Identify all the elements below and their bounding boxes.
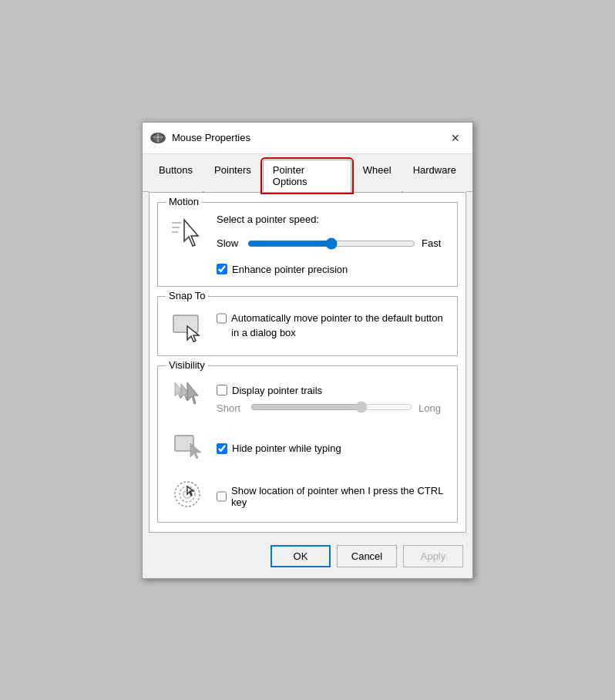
- mouse-properties-dialog: Mouse Properties ✕ Buttons Pointers Poin…: [142, 122, 473, 579]
- speed-slider-container: [247, 231, 415, 256]
- speed-label: Select a pointer speed:: [217, 214, 446, 225]
- tab-content: Motion Select a pointer speed:: [149, 192, 466, 533]
- show-location-checkbox[interactable]: [217, 491, 227, 502]
- tab-wheel[interactable]: Wheel: [353, 160, 402, 192]
- auto-move-checkbox[interactable]: [217, 313, 227, 324]
- svg-marker-13: [190, 443, 201, 459]
- long-label: Long: [418, 402, 446, 414]
- display-trails-checkbox[interactable]: [217, 385, 227, 395]
- fast-label: Fast: [422, 237, 446, 249]
- tab-hardware[interactable]: Hardware: [403, 160, 466, 192]
- motion-icon: [169, 214, 206, 251]
- slow-label: Slow: [217, 237, 241, 249]
- hide-typing-checkbox[interactable]: [217, 443, 227, 454]
- hide-typing-icon: [169, 426, 206, 463]
- snap-to-section: Snap To Automatically move pointer to th…: [157, 296, 458, 356]
- hide-typing-checkbox-row: Hide pointer while typing: [217, 443, 341, 454]
- trails-controls: Display pointer trails Short Long: [217, 377, 446, 416]
- trail-slider-container: [250, 401, 412, 416]
- show-location-icon: [169, 474, 206, 511]
- svg-marker-11: [187, 382, 198, 404]
- svg-marker-6: [184, 220, 198, 246]
- motion-section: Motion Select a pointer speed:: [157, 202, 458, 287]
- title-bar: Mouse Properties ✕: [143, 123, 472, 154]
- apply-button[interactable]: Apply: [403, 545, 463, 567]
- ok-button[interactable]: OK: [271, 545, 331, 567]
- speed-slider-row: Slow Fast: [217, 231, 446, 256]
- show-location-checkbox-row: Show location of pointer when I press th…: [217, 485, 446, 508]
- visibility-inner: Display pointer trails Short Long: [169, 377, 446, 511]
- motion-controls: Select a pointer speed: Slow Fast Enhanc…: [217, 214, 446, 275]
- snapto-inner: Automatically move pointer to the defaul…: [169, 308, 446, 345]
- svg-rect-7: [173, 315, 198, 332]
- enhance-precision-row: Enhance pointer precision: [217, 264, 446, 275]
- tab-pointer-options[interactable]: Pointer Options: [263, 160, 351, 192]
- motion-section-title: Motion: [166, 196, 202, 207]
- auto-move-label[interactable]: Automatically move pointer to the defaul…: [231, 311, 446, 339]
- enhance-precision-checkbox[interactable]: [217, 264, 227, 274]
- trails-row: Display pointer trails Short Long: [169, 377, 446, 416]
- display-trails-row: Display pointer trails: [217, 385, 446, 396]
- visibility-section-title: Visibility: [166, 359, 208, 371]
- trail-length-slider[interactable]: [250, 401, 412, 413]
- tab-pointers[interactable]: Pointers: [204, 160, 261, 192]
- snapto-icon: [169, 308, 206, 345]
- motion-inner: Select a pointer speed: Slow Fast Enhanc…: [169, 214, 446, 275]
- window-icon: [150, 133, 166, 143]
- cancel-button[interactable]: Cancel: [337, 545, 397, 567]
- display-trails-label[interactable]: Display pointer trails: [232, 385, 322, 396]
- enhance-precision-label[interactable]: Enhance pointer precision: [232, 264, 348, 275]
- close-button[interactable]: ✕: [446, 129, 465, 147]
- bottom-bar: OK Cancel Apply: [143, 539, 472, 578]
- visibility-section: Visibility Di: [157, 365, 458, 523]
- trail-slider-row: Short Long: [217, 401, 446, 416]
- show-location-label[interactable]: Show location of pointer when I press th…: [231, 485, 446, 508]
- tab-buttons[interactable]: Buttons: [149, 160, 203, 192]
- short-label: Short: [217, 402, 244, 414]
- window-title: Mouse Properties: [172, 132, 440, 143]
- hide-typing-label[interactable]: Hide pointer while typing: [232, 443, 341, 454]
- trails-icon: [169, 378, 206, 415]
- svg-marker-17: [187, 486, 193, 496]
- show-location-row: Show location of pointer when I press th…: [169, 474, 446, 511]
- speed-slider[interactable]: [247, 237, 415, 250]
- snap-to-section-title: Snap To: [166, 290, 208, 301]
- tab-bar: Buttons Pointers Pointer Options Wheel H…: [143, 154, 472, 192]
- hide-typing-row: Hide pointer while typing: [169, 426, 446, 463]
- snapto-checkbox-row: Automatically move pointer to the defaul…: [217, 311, 446, 339]
